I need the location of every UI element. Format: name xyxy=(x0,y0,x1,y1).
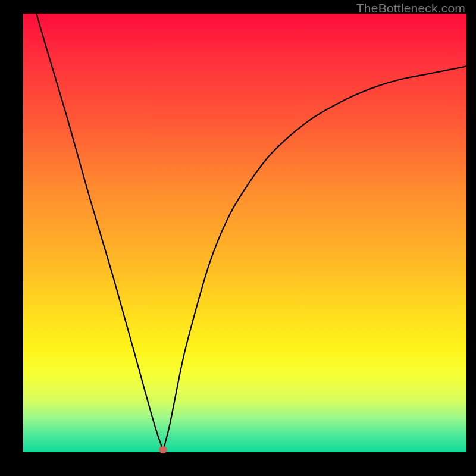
bottleneck-curve xyxy=(23,14,466,452)
plot-area xyxy=(23,14,466,452)
optimum-marker xyxy=(159,446,167,453)
chart-frame: TheBottleneck.com xyxy=(0,0,476,476)
